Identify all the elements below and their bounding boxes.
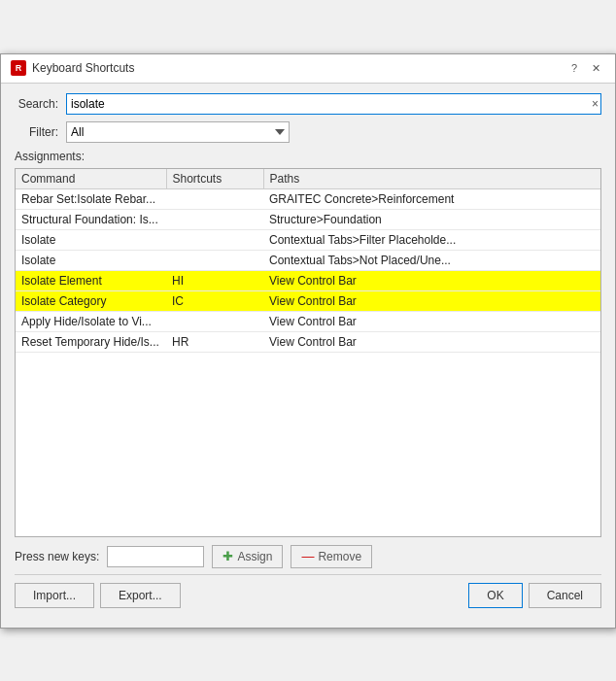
table-cell-command: Reset Temporary Hide/Is... xyxy=(16,331,166,352)
filter-row: Filter: All Navigation Modeling View Edi… xyxy=(15,121,601,143)
table-cell-path: Structure>Foundation xyxy=(263,209,600,229)
ok-button[interactable]: OK xyxy=(468,583,522,608)
table-cell-path: View Control Bar xyxy=(263,290,600,311)
table-row[interactable]: Structural Foundation: Is...Structure>Fo… xyxy=(16,209,600,229)
assignments-table-container[interactable]: Command Shortcuts Paths Rebar Set:Isolat… xyxy=(15,168,601,537)
table-row[interactable]: IsolateContextual Tabs>Filter Placeholde… xyxy=(16,229,600,250)
table-cell-path: Contextual Tabs>Not Placed/Une... xyxy=(263,250,600,270)
filter-label: Filter: xyxy=(15,125,58,139)
table-row[interactable]: IsolateContextual Tabs>Not Placed/Une... xyxy=(16,250,600,270)
app-icon: R xyxy=(11,60,26,76)
table-cell-shortcut xyxy=(166,250,263,270)
export-button[interactable]: Export... xyxy=(100,583,181,608)
search-input[interactable] xyxy=(66,93,601,115)
table-body: Rebar Set:Isolate Rebar...GRAITEC Concre… xyxy=(16,188,600,352)
dialog-body: Search: × Filter: All Navigation Modelin… xyxy=(1,84,615,628)
bottom-right-buttons: OK Cancel xyxy=(468,583,601,608)
table-cell-command: Isolate xyxy=(16,229,166,250)
press-new-keys-bar: Press new keys: ✚ Assign — Remove xyxy=(15,537,601,574)
table-cell-shortcut: HI xyxy=(166,270,263,290)
title-buttons: ? ✕ xyxy=(565,58,605,78)
table-cell-command: Isolate xyxy=(16,250,166,270)
assignments-label: Assignments: xyxy=(15,150,601,163)
table-cell-command: Apply Hide/Isolate to Vi... xyxy=(16,311,166,331)
remove-label: Remove xyxy=(318,550,361,563)
table-cell-shortcut: IC xyxy=(166,290,263,311)
title-bar: R Keyboard Shortcuts ? ✕ xyxy=(1,54,615,84)
table-cell-path: Contextual Tabs>Filter Placeholde... xyxy=(263,229,600,250)
table-row[interactable]: Rebar Set:Isolate Rebar...GRAITEC Concre… xyxy=(16,188,600,209)
column-header-shortcuts: Shortcuts xyxy=(166,169,263,189)
dialog-title: Keyboard Shortcuts xyxy=(32,61,134,75)
table-header-row: Command Shortcuts Paths xyxy=(16,169,600,189)
column-header-command: Command xyxy=(16,169,166,189)
table-cell-path: GRAITEC Concrete>Reinforcement xyxy=(263,188,600,209)
table-cell-command: Isolate Element xyxy=(16,270,166,290)
table-cell-command: Isolate Category xyxy=(16,290,166,311)
table-row[interactable]: Isolate CategoryICView Control Bar xyxy=(16,290,600,311)
keyboard-shortcuts-dialog: R Keyboard Shortcuts ? ✕ Search: × Filte… xyxy=(0,53,616,629)
table-cell-shortcut xyxy=(166,188,263,209)
press-keys-label: Press new keys: xyxy=(15,550,99,563)
import-button[interactable]: Import... xyxy=(15,583,94,608)
table-cell-command: Rebar Set:Isolate Rebar... xyxy=(16,188,166,209)
search-label: Search: xyxy=(15,97,58,111)
table-row[interactable]: Reset Temporary Hide/Is...HRView Control… xyxy=(16,331,600,352)
assign-label: Assign xyxy=(237,550,272,563)
new-keys-input[interactable] xyxy=(107,546,204,567)
close-button[interactable]: ✕ xyxy=(586,58,605,78)
table-cell-shortcut xyxy=(166,311,263,331)
column-header-paths: Paths xyxy=(263,169,600,189)
table-cell-shortcut: HR xyxy=(166,331,263,352)
divider xyxy=(15,574,601,575)
table-row[interactable]: Isolate ElementHIView Control Bar xyxy=(16,270,600,290)
table-cell-command: Structural Foundation: Is... xyxy=(16,209,166,229)
assignments-table: Command Shortcuts Paths Rebar Set:Isolat… xyxy=(16,169,600,353)
plus-icon: ✚ xyxy=(222,549,233,563)
search-row: Search: × xyxy=(15,93,601,115)
table-row[interactable]: Apply Hide/Isolate to Vi...View Control … xyxy=(16,311,600,331)
bottom-left-buttons: Import... Export... xyxy=(15,583,181,608)
filter-select[interactable]: All Navigation Modeling View Edit xyxy=(66,121,290,143)
table-cell-shortcut xyxy=(166,209,263,229)
title-bar-left: R Keyboard Shortcuts xyxy=(11,60,134,76)
assign-button[interactable]: ✚ Assign xyxy=(212,545,283,568)
table-cell-path: View Control Bar xyxy=(263,311,600,331)
cancel-button[interactable]: Cancel xyxy=(529,583,601,608)
clear-search-button[interactable]: × xyxy=(592,98,599,110)
bottom-buttons: Import... Export... OK Cancel xyxy=(15,583,601,618)
search-wrapper: × xyxy=(66,93,601,115)
minus-icon: — xyxy=(301,549,314,563)
remove-button[interactable]: — Remove xyxy=(291,545,372,568)
help-button[interactable]: ? xyxy=(565,58,584,78)
table-cell-path: View Control Bar xyxy=(263,270,600,290)
table-cell-path: View Control Bar xyxy=(263,331,600,352)
table-cell-shortcut xyxy=(166,229,263,250)
